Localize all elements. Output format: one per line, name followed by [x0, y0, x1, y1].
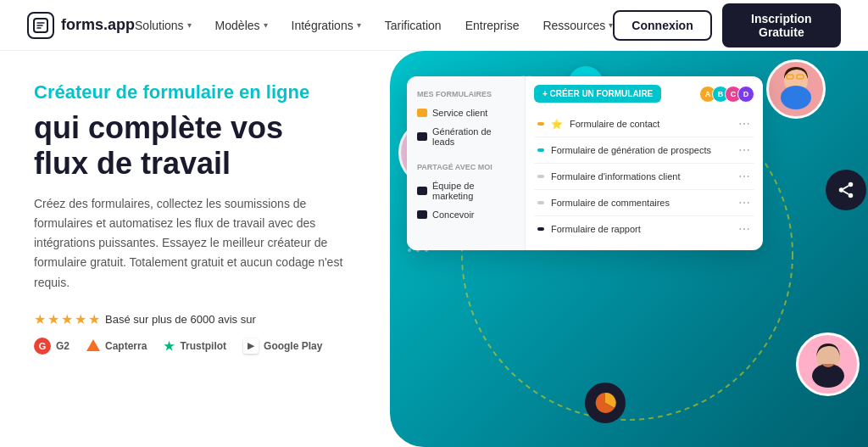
trustpilot-badge: ★ Trustpilot [164, 339, 226, 353]
svg-point-7 [781, 86, 811, 109]
form-options-button[interactable]: ⋯ [738, 143, 751, 157]
trustpilot-icon: ★ [164, 339, 175, 353]
nav-entreprise[interactable]: Entreprise [465, 19, 520, 32]
sidebar-section-my-forms: MES FORMULAIRES [407, 87, 525, 103]
svg-marker-1 [86, 339, 100, 351]
folder-icon [417, 187, 427, 195]
mini-avatar-4: D [737, 86, 754, 103]
sidebar-section-shared: PARTAGÉ AVEC MOI [407, 159, 525, 176]
svg-point-11 [849, 182, 854, 187]
form-item-comments: Formulaire de commentaires ⋯ [534, 190, 754, 216]
form-color-dot [537, 175, 544, 178]
form-color-dot [537, 122, 544, 126]
star-5: ★ [88, 311, 100, 327]
app-mockup-card: MES FORMULAIRES Service client Génératio… [407, 76, 763, 250]
svg-point-13 [849, 193, 854, 198]
form-options-button[interactable]: ⋯ [738, 170, 751, 183]
folder-icon [417, 132, 427, 141]
nav-integrations[interactable]: Intégrations ▾ [292, 19, 361, 32]
user-avatars: A B C D [704, 86, 754, 103]
main-content: Créateur de formulaire en ligne qui comp… [0, 51, 868, 447]
rating-text: Basé sur plus de 6000 avis sur [105, 313, 256, 326]
svg-point-12 [839, 187, 844, 193]
hero-left: Créateur de formulaire en ligne qui comp… [0, 51, 390, 447]
social-proof: G G2 Capterra ★ Trustpilot ▶ Google Play [34, 338, 363, 355]
sidebar-item-leads[interactable]: Génération de leads [407, 122, 525, 151]
app-toolbar: + CRÉER UN FORMULAIRE A B C D [534, 85, 754, 103]
app-main-panel: + CRÉER UN FORMULAIRE A B C D ⭐ [526, 76, 763, 250]
header: forms.app Solutions ▾ Modèles ▾ Intégrat… [0, 0, 868, 51]
svg-point-17 [812, 364, 844, 388]
star-rating: ★ ★ ★ ★ ★ [34, 311, 100, 327]
folder-icon [417, 210, 427, 219]
sidebar-item-marketing[interactable]: Équipe de marketing [407, 176, 525, 205]
chevron-down-icon: ▾ [357, 20, 361, 30]
app-card-inner: MES FORMULAIRES Service client Génératio… [407, 76, 763, 250]
avatar-right [796, 332, 860, 396]
sidebar-item-service-client[interactable]: Service client [407, 103, 525, 122]
rating-section: ★ ★ ★ ★ ★ Basé sur plus de 6000 avis sur [34, 311, 363, 327]
logo[interactable]: forms.app [27, 12, 135, 39]
connexion-button[interactable]: Connexion [613, 10, 711, 41]
logo-icon [27, 12, 54, 39]
chevron-down-icon: ▾ [264, 20, 268, 30]
google-play-icon: ▶ [243, 338, 259, 354]
star-2: ★ [47, 311, 59, 327]
chevron-down-icon: ▾ [187, 20, 192, 30]
form-options-button[interactable]: ⋯ [738, 117, 751, 131]
avatar-top-right [766, 59, 826, 119]
form-options-button[interactable]: ⋯ [738, 196, 751, 210]
inscription-button[interactable]: Inscription Gratuite [722, 3, 841, 47]
star-1: ★ [34, 311, 46, 327]
capterra-icon [86, 339, 100, 353]
hero-right: MES FORMULAIRES Service client Génératio… [390, 51, 868, 447]
main-nav: Solutions ▾ Modèles ▾ Intégrations ▾ Tar… [135, 19, 613, 32]
nav-tarification[interactable]: Tarification [385, 19, 442, 32]
nav-ressources[interactable]: Ressources ▾ [542, 19, 613, 32]
form-color-dot [537, 148, 544, 152]
folder-icon [417, 109, 427, 117]
svg-line-14 [843, 191, 849, 194]
logo-text: forms.app [61, 16, 135, 34]
form-item-contact: ⭐ Formulaire de contact ⋯ [534, 111, 754, 137]
nav-modeles[interactable]: Modèles ▾ [215, 19, 268, 32]
nav-solutions[interactable]: Solutions ▾ [135, 19, 192, 32]
svg-line-15 [843, 186, 849, 189]
header-actions: Connexion Inscription Gratuite [613, 3, 841, 47]
form-item-client-info: Formulaire d'informations client ⋯ [534, 164, 754, 190]
form-color-dot [537, 201, 544, 204]
app-sidebar: MES FORMULAIRES Service client Génératio… [407, 76, 526, 250]
g2-icon: G [34, 338, 51, 355]
google-play-badge: ▶ Google Play [243, 338, 322, 354]
create-form-button[interactable]: + CRÉER UN FORMULAIRE [534, 85, 661, 103]
capterra-badge: Capterra [86, 339, 147, 353]
form-color-dot [537, 227, 544, 231]
hero-headline: qui complète vos flux de travail [34, 110, 363, 181]
sidebar-item-concevoir[interactable]: Concevoir [407, 205, 525, 224]
form-options-button[interactable]: ⋯ [738, 222, 751, 236]
hero-tagline: Créateur de formulaire en ligne [34, 81, 363, 103]
hero-description: Créez des formulaires, collectez les sou… [34, 194, 363, 292]
pie-chart-icon-bubble [585, 383, 626, 423]
star-4: ★ [75, 311, 86, 327]
g2-badge: G G2 [34, 338, 70, 355]
svg-point-27 [408, 249, 411, 252]
star-3: ★ [61, 311, 73, 327]
form-icon: ⭐ [551, 119, 563, 130]
share-icon-bubble [826, 170, 866, 210]
form-item-rapport: Formulaire de rapport ⋯ [534, 216, 754, 242]
form-item-prospects: Formulaire de génération de prospects ⋯ [534, 137, 754, 164]
